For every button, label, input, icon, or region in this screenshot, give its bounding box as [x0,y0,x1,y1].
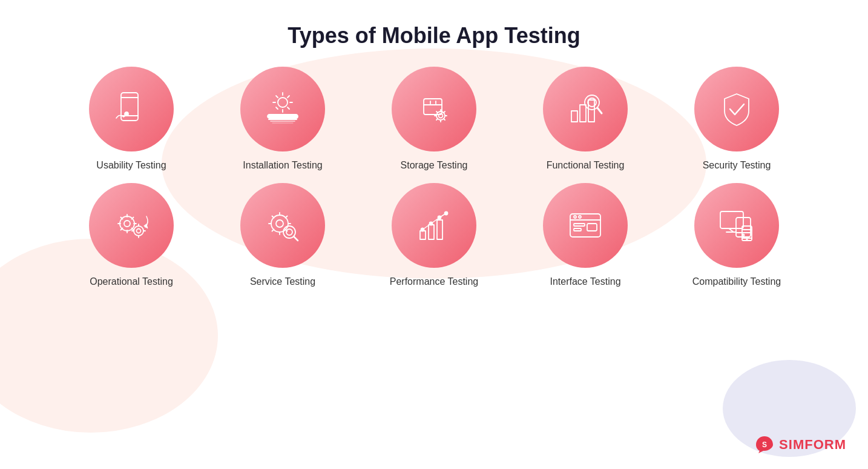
security-icon [715,88,758,130]
item-usability: Usability Testing [59,67,204,171]
svg-point-64 [438,216,441,219]
circle-security [694,67,779,151]
svg-rect-59 [420,231,426,239]
simform-logo-icon: S [754,434,775,456]
svg-text:S: S [762,441,767,449]
svg-line-22 [436,119,438,120]
item-interface: Interface Testing [513,183,658,287]
svg-point-82 [746,239,748,241]
svg-rect-25 [588,100,594,122]
svg-line-20 [444,119,445,120]
svg-point-3 [125,112,128,116]
item-security: Security Testing [664,67,809,171]
svg-point-65 [445,212,448,215]
svg-point-69 [579,216,581,218]
svg-point-47 [276,220,283,227]
svg-rect-61 [437,220,442,239]
svg-point-63 [430,222,433,225]
label-performance: Performance Testing [390,276,478,287]
label-operational: Operational Testing [90,276,173,287]
svg-line-55 [272,230,274,231]
svg-rect-66 [570,214,600,237]
circle-performance [392,183,476,268]
circle-service [240,183,325,268]
label-compatibility: Compatibility Testing [692,276,781,287]
circle-interface [543,183,628,268]
interface-icon [564,204,607,247]
compatibility-icon [715,204,758,247]
service-icon [261,204,304,247]
svg-rect-70 [574,224,585,226]
item-service: Service Testing [210,183,355,287]
svg-point-40 [137,229,141,233]
item-performance: Performance Testing [361,183,507,287]
svg-line-28 [597,108,602,113]
circle-storage [392,67,476,151]
svg-point-68 [574,216,576,218]
label-installation: Installation Testing [243,160,322,171]
svg-line-21 [444,111,445,113]
svg-point-39 [134,226,143,236]
svg-rect-71 [574,228,581,231]
svg-point-78 [743,234,745,236]
phone-icon [110,88,153,130]
label-storage: Storage Testing [401,160,468,171]
svg-line-19 [436,111,438,113]
svg-point-4 [278,98,288,107]
svg-rect-72 [587,224,597,231]
svg-line-52 [272,216,274,218]
item-compatibility: Compatibility Testing [664,183,809,287]
label-functional: Functional Testing [547,160,625,171]
storage-icon [413,88,455,130]
svg-point-30 [124,221,130,227]
circle-installation [240,67,325,151]
simform-logo-text: SIMFORM [779,437,846,453]
svg-line-54 [286,216,288,218]
svg-line-58 [294,236,298,241]
circle-operational [89,183,174,268]
grid-row-2: Operational Testing [59,183,809,287]
label-usability: Usability Testing [96,160,166,171]
item-installation: Installation Testing [210,67,355,171]
svg-rect-5 [268,115,298,118]
install-icon [261,88,304,130]
svg-point-62 [421,228,424,231]
item-storage: Storage Testing [361,67,507,171]
simform-logo: S SIMFORM [754,434,846,456]
item-operational: Operational Testing [59,183,204,287]
circle-functional [543,67,628,151]
functional-icon [564,88,607,130]
svg-rect-60 [429,225,434,239]
item-functional: Functional Testing [513,67,658,171]
performance-icon [413,204,455,247]
svg-rect-24 [580,105,586,122]
svg-rect-73 [720,211,743,228]
label-service: Service Testing [250,276,315,287]
circle-usability [89,67,174,151]
svg-rect-23 [571,111,577,122]
page-title: Types of Mobile App Testing [0,0,868,48]
circle-compatibility [694,183,779,268]
operational-icon [110,204,153,247]
label-interface: Interface Testing [550,276,620,287]
label-security: Security Testing [703,160,771,171]
svg-point-57 [286,229,292,235]
grid-row-1: Usability Testing Installation Testing [59,67,809,171]
testing-grid: Usability Testing Installation Testing [0,48,868,287]
